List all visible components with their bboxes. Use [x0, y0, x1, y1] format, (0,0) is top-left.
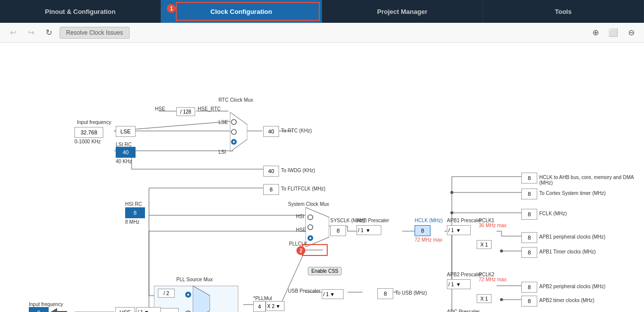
- hsi-unit-label: 8 MHz: [125, 219, 140, 225]
- pllmul-x2-select[interactable]: X 2 ▼: [266, 301, 285, 311]
- svg-point-64: [308, 225, 313, 230]
- rtc-mux-shape: [230, 112, 247, 152]
- lsi-box: 40: [116, 147, 136, 158]
- top-nav: Pinout & Configuration 1 Clock Configura…: [0, 0, 644, 23]
- apb2-timer-box: 8: [521, 296, 537, 307]
- svg-point-39: [500, 298, 503, 301]
- nav-clock[interactable]: 1 Clock Configuration: [161, 0, 322, 23]
- iwdg-dest-label: To IWDG (KHz): [281, 168, 315, 173]
- input-freq-top-range: 0-1000 KHz: [74, 139, 101, 144]
- cortex-val-box: 8: [521, 188, 537, 199]
- lse-mux-label: LSE: [218, 120, 228, 125]
- hse-bottom-box: HSE: [115, 307, 135, 312]
- div1-hse-select[interactable]: / 1 ▼: [136, 307, 161, 312]
- apb1-timer-dest: APB1 Timer clocks (MHz): [539, 249, 596, 254]
- svg-point-63: [308, 215, 313, 220]
- svg-point-25: [450, 211, 453, 214]
- clock-diagram: RTC Clock Mux Input frequency 32.768 0-1…: [0, 43, 644, 312]
- fclk-val-box: 8: [521, 209, 537, 220]
- pllmul-val-box: 4: [253, 301, 266, 312]
- zoom-in-button[interactable]: ⊕: [588, 26, 602, 40]
- hse-sys-label: HSE: [296, 227, 306, 233]
- badge-2: 2: [296, 246, 305, 255]
- apb1-timer-box: 8: [521, 247, 537, 258]
- usb-prescaler-label: USB Prescaler: [288, 288, 321, 294]
- nav-pinout[interactable]: Pinout & Configuration: [0, 0, 161, 23]
- hclk-ahb-box: 8: [521, 173, 537, 184]
- hclk-ahb-dest: HCLK to AHB bus, core, memory and DMA (M…: [539, 175, 639, 186]
- nav-pinout-label: Pinout & Configuration: [45, 8, 115, 15]
- lse-box: LSE: [116, 126, 136, 137]
- div128-box[interactable]: / 128: [176, 107, 195, 116]
- nav-project-label: Project Manager: [377, 8, 428, 15]
- div2-box: / 2: [158, 289, 175, 298]
- enable-css-button[interactable]: Enable CSS: [308, 267, 342, 275]
- x1-apb2-box: X 1: [477, 294, 492, 303]
- apb1-peri-box: 8: [521, 232, 537, 243]
- zoom-fit-button[interactable]: ⬜: [606, 26, 620, 40]
- sys-mux-shape: [305, 207, 329, 247]
- svg-line-48: [281, 250, 305, 305]
- input-arrows: [50, 308, 74, 312]
- pllclk-red-outline: [302, 244, 328, 256]
- flitfclk-dest-label: To FLITFCLK (MHz): [281, 186, 325, 191]
- rtc-val-box: 40: [263, 126, 279, 137]
- pclk2-max-label: 72 MHz max: [479, 277, 506, 282]
- apb2-peri-box: 8: [521, 282, 537, 293]
- x1-apb1-box: X 1: [477, 240, 492, 249]
- apb1-div-select[interactable]: / 1 ▼: [447, 225, 471, 235]
- refresh-button[interactable]: ↻: [42, 26, 56, 40]
- sys-clk-mux-label: System Clock Mux: [288, 201, 329, 207]
- redo-button[interactable]: ↪: [24, 26, 38, 40]
- toolbar: ↩ ↪ ↻ Resolve Clock Issues ⊕ ⬜ ⊖: [0, 23, 644, 43]
- ahb-prescaler-label: AHB Prescaler: [357, 218, 389, 223]
- hse-rtc-hse-label: HSE: [155, 106, 165, 112]
- pll-source-mux-label: PLL Source Mux: [176, 277, 213, 282]
- input-freq-bot-box[interactable]: 8: [29, 307, 49, 312]
- hsi-rc-label: HSI RC: [125, 201, 142, 207]
- hclk-label: HCLK (MHz): [415, 218, 443, 223]
- zoom-out-button[interactable]: ⊖: [624, 26, 638, 40]
- flitfclk-val-box: 8: [263, 184, 279, 195]
- svg-marker-68: [50, 308, 67, 312]
- svg-point-66: [309, 237, 311, 239]
- usb-val-box: 8: [377, 288, 393, 299]
- clock-badge: 1: [167, 4, 176, 13]
- svg-point-24: [450, 191, 453, 194]
- usb-div-select[interactable]: / 1 ▼: [322, 289, 344, 299]
- svg-point-59: [231, 129, 236, 134]
- resolve-clock-issues-button[interactable]: Resolve Clock Issues: [60, 27, 130, 39]
- hse-rtc-label: HSE_RTC: [198, 106, 221, 112]
- rtc-dest-label: To RTC (KHz): [281, 128, 312, 133]
- hclk-box: 8: [415, 225, 430, 236]
- pll-hsi-radio[interactable]: [185, 292, 191, 298]
- apb2-div-select[interactable]: / 1 ▼: [447, 279, 471, 289]
- nav-tools-label: Tools: [555, 8, 572, 15]
- svg-point-58: [231, 120, 236, 125]
- lsi-mux-label: LSI: [218, 149, 226, 155]
- undo-button[interactable]: ↩: [6, 26, 20, 40]
- svg-point-61: [233, 141, 235, 143]
- apb1-peri-dest: APB1 peripheral clocks (MHz): [539, 234, 605, 240]
- apb1-prescaler-label: APB1 Prescaler: [447, 218, 482, 223]
- hclk-max-label: 72 MHz max: [415, 237, 442, 243]
- pll-mux-shape: [193, 286, 210, 312]
- cortex-dest: To Cortex System timer (MHz): [539, 190, 606, 196]
- apb2-timer-dest: APB2 timer clocks (MHz): [539, 298, 594, 303]
- nav-tools[interactable]: Tools: [483, 0, 644, 23]
- usb-dest-label: To USB (MHz): [395, 290, 427, 296]
- fclk-dest: FCLK (MHz): [539, 211, 567, 216]
- sysclk-box: 8: [330, 225, 346, 236]
- nav-project[interactable]: Project Manager: [322, 0, 483, 23]
- ahb-div-select[interactable]: / 1 ▼: [357, 225, 381, 235]
- input-freq-top-label: Input frequency: [77, 120, 111, 125]
- hsi-rc-box: 8: [125, 207, 145, 218]
- pclk1-max-label: 36 MHz max: [479, 223, 506, 228]
- adc-prescaler-label: ADC Prescaler: [447, 309, 480, 312]
- iwdg-val-box: 40: [263, 166, 279, 177]
- input-freq-bot-label: Input frequency: [29, 302, 63, 307]
- svg-marker-67: [193, 286, 210, 312]
- input-freq-top-box[interactable]: 32.768: [74, 127, 103, 138]
- apb2-peri-dest: APB2 peripheral clocks (MHz): [539, 284, 605, 289]
- svg-point-33: [500, 250, 503, 252]
